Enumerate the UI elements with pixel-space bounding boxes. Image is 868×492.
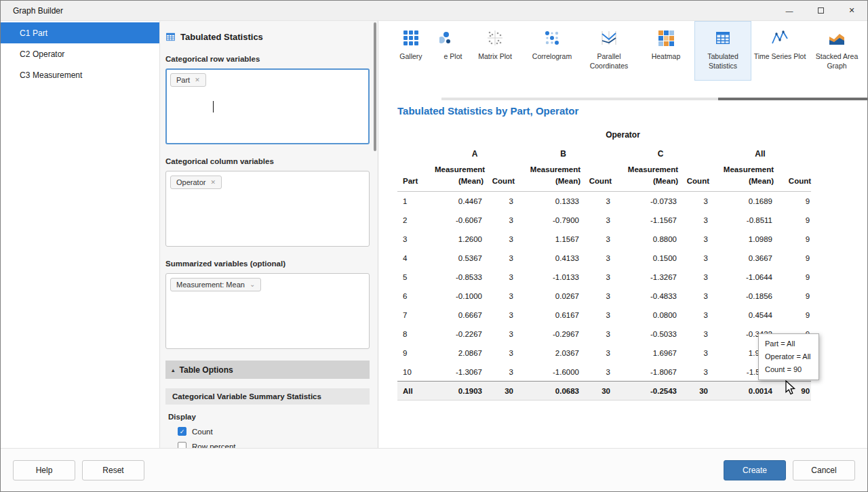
tab-label: Correlogram [530,52,574,62]
value-cell: -0.1856 [709,287,774,306]
part-cell: 8 [397,325,435,344]
tab-label: Time Series Plot [752,52,808,62]
gallery-scrollbar-thumb[interactable] [718,98,867,100]
checkbox-row-count[interactable]: ✓ Count [165,427,370,436]
summarized-variables-input[interactable]: Measurement: Mean ⌄ [165,273,370,349]
parallel-icon [601,29,617,47]
reset-button[interactable]: Reset [82,460,144,480]
table-row-part-6: 6-0.100030.02673-0.48333-0.18569 [397,287,811,306]
help-button[interactable]: Help [13,460,75,480]
value-cell: 0.0014 [709,382,774,401]
value-cell: -1.3067 [435,363,484,382]
column-variables-input[interactable]: Operator ✕ [165,171,370,247]
table-row-part-all: All0.1903300.068330-0.2543300.001490 [397,382,811,401]
tooltip: Part = AllOperator = AllCount = 90 [758,333,819,380]
value-cell: 9 [774,230,811,249]
maximize-button[interactable] [805,1,836,20]
value-cell: 30 [678,382,709,401]
graph-builder-window: Graph Builder — ✕ C1 Part C2 Operator C3… [0,0,868,492]
close-icon: ✕ [848,6,854,15]
value-cell: 9 [774,211,811,230]
value-cell: 3 [484,363,515,382]
checkbox-row-percent[interactable] [178,442,186,448]
checkbox-row-row-percent[interactable]: Row percent [165,442,370,448]
sidebar-column-part[interactable]: C1 Part [1,22,159,43]
count-column-header-a: Count [484,164,515,192]
close-button[interactable]: ✕ [836,1,867,20]
tab-heatmap[interactable]: Heatmap [637,21,694,81]
sidebar-column-measurement[interactable]: C3 Measurement [1,64,159,85]
value-cell: 0.0800 [612,306,678,325]
value-cell: -0.0733 [612,192,678,211]
display-checkbox-group: ✓ Count Row percent Column percent [165,427,370,448]
cancel-button[interactable]: Cancel [793,460,855,480]
tab-time-series-plot[interactable]: Time Series Plot [751,21,808,81]
tab-tabulated-statistics[interactable]: Tabulated Statistics [694,21,751,81]
window-controls: — ✕ [774,1,867,20]
mouse-cursor-icon [783,380,797,395]
summary-statistics-section-label: Categorical Variable Summary Statistics [172,392,321,401]
create-button[interactable]: Create [724,460,786,480]
value-cell: 3 [580,325,612,344]
tab-stacked-area-graph[interactable]: Stacked Area Graph [808,21,865,81]
value-cell: 3 [580,306,612,325]
row-variables-label: Categorical row variables [165,55,370,63]
tab-correlogram[interactable]: Correlogram [524,21,580,81]
count-column-header-all: Count [774,164,811,192]
timeseries-icon [772,29,788,47]
value-cell: 0.1333 [515,192,580,211]
value-cell: 3 [484,249,515,268]
display-label: Display [165,413,370,421]
gallery-tab-strip: Gallery e Plot Matrix Plot Correlogram P… [378,21,867,81]
builder-scrollbar[interactable] [374,22,376,151]
table-row-part-8: 8-0.22673-0.29673-0.50333-0.34229 [397,325,811,344]
value-cell: 0.6667 [435,306,484,325]
window-title: Graph Builder [1,6,63,16]
value-cell: 0.4544 [709,306,774,325]
value-cell: 3 [580,192,612,211]
value-cell: 3 [484,268,515,287]
footer-bar: Help Reset Create Cancel [1,448,867,491]
builder-panel: Tabulated Statistics Categorical row var… [160,21,378,448]
group-header-b: B [515,144,612,164]
tab-matrix-plot[interactable]: Matrix Plot [467,21,524,81]
value-cell: 3 [678,363,709,382]
value-cell: 3 [484,230,515,249]
value-cell: 0.3667 [709,249,774,268]
column-name: Part [33,28,47,38]
value-cell: -0.1000 [435,287,484,306]
minimize-button[interactable]: — [774,1,805,20]
value-cell: -0.8511 [709,211,774,230]
tab-label: Stacked Area Graph [808,52,865,70]
value-cell: -0.2967 [515,325,580,344]
table-spacer [397,144,435,164]
tab-e-plot[interactable]: e Plot [439,21,467,81]
sidebar-column-operator[interactable]: C2 Operator [1,43,159,64]
checkbox-count[interactable]: ✓ [178,427,186,436]
remove-chip-icon[interactable]: ✕ [210,179,216,186]
chip-operator[interactable]: Operator ✕ [170,176,222,189]
value-cell: 3 [580,211,612,230]
tab-gallery[interactable]: Gallery [382,21,439,81]
value-cell: -0.8533 [435,268,484,287]
table-options-label: Table Options [180,365,233,375]
value-cell: 9 [774,268,811,287]
gallery-scrollbar[interactable] [441,98,867,100]
chevron-down-icon[interactable]: ⌄ [250,283,255,287]
value-cell: 3 [484,211,515,230]
tab-parallel-coordinates[interactable]: Parallel Coordinates [580,21,637,81]
chip-part[interactable]: Part ✕ [170,73,206,87]
part-cell: 2 [397,211,435,230]
matrix-icon [487,29,503,47]
value-cell: 9 [774,287,811,306]
part-cell: 10 [397,363,435,382]
row-variables-input[interactable]: Part ✕ [165,68,370,144]
value-cell: 0.1903 [435,382,484,401]
remove-chip-icon[interactable]: ✕ [195,77,200,83]
part-cell: All [397,382,435,401]
chip-measurement-mean[interactable]: Measurement: Mean ⌄ [170,278,261,291]
table-options-header[interactable]: ▴ Table Options [165,361,370,379]
value-cell: 0.6167 [515,306,580,325]
value-cell: 3 [580,344,612,363]
value-cell: -1.0133 [515,268,580,287]
